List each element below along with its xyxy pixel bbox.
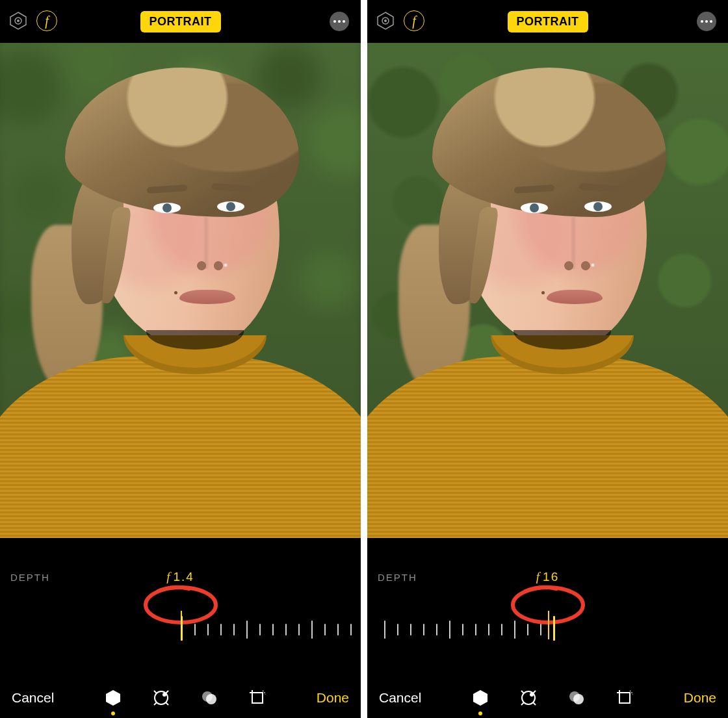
done-button[interactable]: Done [684, 690, 716, 706]
adjust-tool-icon[interactable] [519, 688, 538, 708]
svg-line-25 [533, 691, 536, 693]
edit-panel: DEPTH f1.4 [0, 538, 361, 678]
svg-line-7 [154, 691, 157, 693]
aperture-f-icon[interactable]: f [404, 10, 424, 31]
screen-right: f PORTRAIT DEPTH f16 Cancel [367, 0, 728, 718]
screen-left: f PORTRAIT DEPTH f1.4 Cancel [0, 0, 361, 718]
depth-label: DEPTH [378, 572, 417, 583]
lighting-tool-icon[interactable] [471, 688, 490, 708]
crop-tool-icon[interactable] [248, 688, 267, 708]
f-glyph: f [412, 14, 416, 29]
more-button[interactable] [330, 12, 349, 31]
selected-indicator [111, 712, 115, 715]
photo-subject [0, 57, 361, 538]
svg-line-9 [166, 691, 168, 693]
filters-tool-icon[interactable] [567, 688, 586, 708]
photo-viewport[interactable] [0, 43, 361, 538]
adjust-tool-icon[interactable] [151, 688, 171, 708]
svg-line-10 [154, 702, 157, 705]
cancel-button[interactable]: Cancel [379, 690, 421, 706]
photo-viewport[interactable] [367, 43, 728, 538]
top-bar: f PORTRAIT [367, 0, 728, 43]
mode-badge[interactable]: PORTRAIT [140, 11, 221, 32]
svg-marker-20 [473, 690, 488, 706]
photo-subject [367, 57, 728, 538]
portrait-lighting-icon[interactable] [8, 10, 29, 31]
svg-point-2 [17, 19, 20, 22]
portrait-lighting-icon[interactable] [375, 10, 396, 31]
svg-line-24 [533, 702, 536, 705]
depth-slider[interactable] [367, 611, 728, 647]
cancel-button[interactable]: Cancel [12, 690, 54, 706]
f-glyph: f [45, 14, 49, 29]
svg-line-23 [521, 691, 524, 693]
svg-rect-29 [619, 693, 630, 703]
filters-tool-icon[interactable] [200, 688, 219, 708]
svg-rect-13 [252, 693, 263, 703]
svg-line-26 [521, 702, 524, 705]
aperture-f-icon[interactable]: f [36, 10, 57, 31]
depth-label: DEPTH [10, 572, 50, 583]
slider-ticks [384, 624, 555, 641]
slider-ticks [181, 624, 352, 641]
more-button[interactable] [697, 12, 716, 31]
svg-point-18 [384, 19, 387, 22]
edit-panel: DEPTH f16 [367, 538, 728, 678]
mode-badge[interactable]: PORTRAIT [508, 11, 588, 32]
svg-point-12 [206, 694, 216, 704]
svg-point-28 [573, 694, 584, 704]
svg-marker-4 [106, 690, 120, 706]
bottom-toolbar: Cancel Done [0, 678, 361, 718]
comparison-wrap: f PORTRAIT DEPTH f1.4 Cancel [0, 0, 728, 718]
depth-aperture-value: f1.4 [166, 570, 194, 584]
svg-line-8 [166, 702, 168, 705]
bottom-toolbar: Cancel Done [367, 678, 728, 718]
crop-tool-icon[interactable] [615, 688, 634, 708]
depth-aperture-value: f16 [536, 570, 559, 584]
selected-indicator [478, 712, 482, 715]
lighting-tool-icon[interactable] [103, 688, 123, 708]
depth-slider[interactable] [0, 611, 361, 647]
top-bar: f PORTRAIT [0, 0, 361, 43]
done-button[interactable]: Done [317, 690, 349, 706]
